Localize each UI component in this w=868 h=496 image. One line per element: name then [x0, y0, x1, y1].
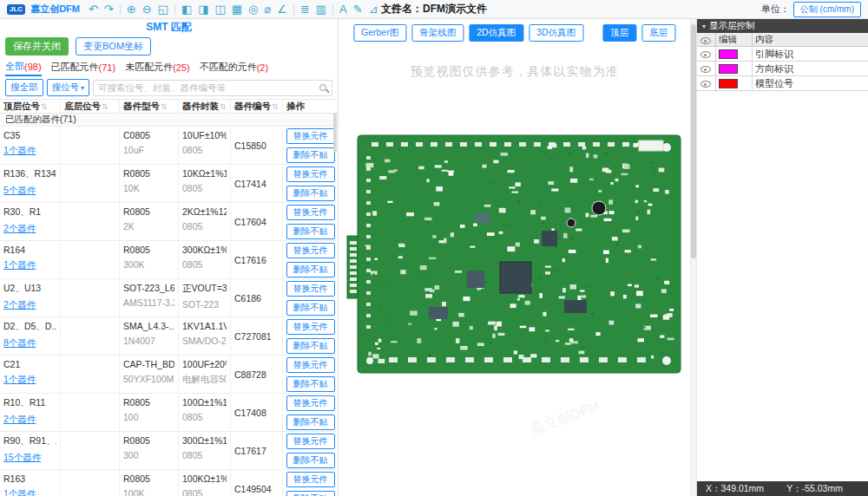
- visibility-eye-icon[interactable]: [700, 78, 711, 89]
- vertical-scrollbar[interactable]: [690, 19, 697, 496]
- table-row[interactable]: R1641个器件R0805300K300KΩ±1%1...0805C17616替…: [0, 241, 338, 279]
- replace-part-button[interactable]: 替换元件: [286, 166, 335, 182]
- fit-view-icon[interactable]: ◱: [158, 3, 168, 15]
- left-panel-scrollbar-thumb[interactable]: [333, 113, 337, 153]
- sort-icon[interactable]: ⇅: [220, 102, 227, 111]
- delete-nopaste-button[interactable]: 删除不贴: [286, 338, 335, 354]
- layer-color-swatch[interactable]: [719, 49, 738, 59]
- delete-nopaste-button[interactable]: 删除不贴: [286, 376, 335, 392]
- annotate-text-icon[interactable]: A: [339, 3, 347, 15]
- component-count-link[interactable]: 5个器件: [3, 185, 36, 197]
- component-count-link[interactable]: 2个器件: [3, 414, 36, 426]
- zoom-out-icon[interactable]: ⊖: [142, 3, 152, 15]
- layer-color-swatch[interactable]: [719, 64, 738, 74]
- layer-top-button[interactable]: 顶层: [602, 24, 636, 42]
- table-row[interactable]: C211个器件CAP-TH_BD...50YXF100M...100UF±20%…: [0, 356, 338, 394]
- component-count-link[interactable]: 15个器件: [3, 452, 41, 464]
- column-header[interactable]: 器件编号⇅: [231, 100, 283, 113]
- component-count-link[interactable]: 8个器件: [3, 337, 36, 349]
- bottom-layer-view-icon[interactable]: ◨: [198, 3, 208, 15]
- delete-nopaste-button[interactable]: 删除不贴: [286, 414, 335, 430]
- component-count-link[interactable]: 1个器件: [3, 488, 36, 496]
- table-row[interactable]: U2、U132个器件SOT-223_L6...AMS1117-3.3正VOUT=…: [0, 279, 338, 317]
- layer-bottom-button[interactable]: 底层: [641, 24, 675, 42]
- tab-all[interactable]: 全部(98): [5, 58, 42, 76]
- delete-nopaste-button[interactable]: 删除不贴: [286, 224, 335, 239]
- replace-part-button[interactable]: 替换元件: [286, 243, 335, 258]
- view-3d-sim-button[interactable]: 3D仿真图: [529, 24, 583, 42]
- align-icon[interactable]: ≣: [300, 3, 310, 15]
- replace-part-button[interactable]: 替换元件: [286, 128, 335, 144]
- measure-circle-icon[interactable]: ◎: [248, 3, 258, 15]
- table-row[interactable]: R1631个器件R0805100K100KΩ±1%1...0805C149504…: [0, 470, 338, 496]
- replace-part-button[interactable]: 替换元件: [286, 357, 335, 373]
- search-icon[interactable]: [319, 84, 326, 91]
- delete-nopaste-button[interactable]: 删除不贴: [286, 453, 335, 468]
- view-wireframe-button[interactable]: 骨架线图: [411, 24, 464, 42]
- model-value: 10uF: [123, 145, 174, 155]
- column-header[interactable]: 器件封装⇅: [179, 100, 231, 113]
- replace-part-button[interactable]: 替换元件: [286, 319, 335, 335]
- package-name: 0805: [182, 450, 227, 460]
- edit-pencil-icon[interactable]: ✎: [353, 3, 363, 15]
- visibility-eye-icon[interactable]: [700, 49, 711, 60]
- statistics-icon[interactable]: ▥: [316, 3, 326, 15]
- column-header[interactable]: 底层位号⇅: [61, 100, 120, 113]
- scrollbar-thumb[interactable]: [691, 24, 696, 258]
- view-2d-sim-button[interactable]: 2D仿真图: [469, 24, 523, 42]
- table-row[interactable]: C351个器件C080510uF10UF±10%25V0805C15850替换元…: [0, 127, 338, 165]
- measure-diameter-icon[interactable]: ⌀: [264, 3, 271, 15]
- table-row[interactable]: R136、R134...5个器件R080510K10KΩ±1%12...0805…: [0, 165, 338, 203]
- change-bom-button[interactable]: 变更BOM坐标: [76, 37, 151, 55]
- zoom-in-icon[interactable]: ⊕: [127, 3, 136, 15]
- unit-toggle-button[interactable]: 公制 (cm/mm): [793, 2, 861, 17]
- table-row[interactable]: R90、R91、...15个器件R0805300300Ω±1%12...0805…: [0, 432, 338, 470]
- replace-part-button[interactable]: 替换元件: [286, 395, 335, 411]
- measure-ruler-icon[interactable]: ⊿: [369, 3, 378, 15]
- sort-icon[interactable]: ⇅: [161, 102, 168, 111]
- table-row[interactable]: R10、R112个器件R0805100100Ω±1%12...0805C1740…: [0, 394, 338, 432]
- preview-canvas[interactable]: Gerber图骨架线图2D仿真图3D仿真图顶层底层 预览视图仅供参考，具体以实物…: [339, 19, 690, 496]
- component-grid-icon[interactable]: ▦: [232, 3, 242, 15]
- save-close-button[interactable]: 保存并关闭: [5, 37, 69, 55]
- table-row[interactable]: R30、R12个器件R08052K2KΩ±1%125...0805C17604替…: [0, 203, 338, 241]
- sort-icon[interactable]: ⇅: [41, 102, 48, 111]
- measure-angle-icon[interactable]: ∠: [277, 3, 287, 15]
- tab-unmatched[interactable]: 未匹配元件(25): [125, 58, 190, 76]
- view-gerber-button[interactable]: Gerber图: [353, 24, 406, 42]
- component-count-link[interactable]: 2个器件: [3, 299, 36, 311]
- table-row[interactable]: D2、D5、D...8个器件SMA_L4.3-...1N40071KV1A1.1…: [0, 317, 338, 356]
- delete-nopaste-button[interactable]: 删除不贴: [286, 147, 335, 163]
- tab-mismatched[interactable]: 不匹配的元件(2): [200, 58, 268, 76]
- actions-cell: 替换元件删除不贴: [283, 432, 338, 469]
- model-name: C0805: [123, 130, 174, 140]
- search-scope-all-button[interactable]: 搜全部: [5, 79, 43, 96]
- visibility-eye-icon[interactable]: [700, 63, 711, 75]
- column-header[interactable]: 顶层位号⇅: [0, 100, 61, 113]
- redo-icon[interactable]: ↷: [104, 3, 114, 15]
- replace-part-button[interactable]: 替换元件: [286, 205, 335, 220]
- component-count-link[interactable]: 1个器件: [3, 374, 36, 386]
- search-scope-ref-button[interactable]: 搜位号 ▾: [47, 79, 90, 96]
- layer-control-header[interactable]: ▾ 显示层控制: [697, 19, 868, 33]
- undo-icon[interactable]: ↶: [89, 3, 98, 15]
- replace-part-button[interactable]: 替换元件: [286, 472, 335, 487]
- layer-color-swatch[interactable]: [719, 79, 738, 88]
- replace-part-button[interactable]: 替换元件: [286, 434, 335, 449]
- sort-icon[interactable]: ⇅: [102, 102, 108, 111]
- delete-nopaste-button[interactable]: 删除不贴: [286, 262, 335, 277]
- pcb-board-preview[interactable]: [345, 134, 684, 376]
- search-input[interactable]: [93, 80, 332, 96]
- component-count-link[interactable]: 1个器件: [3, 259, 36, 271]
- sort-icon[interactable]: ⇅: [272, 102, 279, 111]
- replace-part-button[interactable]: 替换元件: [286, 281, 335, 297]
- column-header[interactable]: 器件型号⇅: [120, 100, 179, 113]
- tab-matched[interactable]: 已匹配元件(71): [51, 58, 116, 76]
- top-layer-view-icon[interactable]: ◧: [181, 3, 192, 15]
- flip-board-icon[interactable]: ◫: [214, 3, 225, 15]
- delete-nopaste-button[interactable]: 删除不贴: [286, 300, 335, 316]
- delete-nopaste-button[interactable]: 删除不贴: [286, 491, 335, 496]
- component-count-link[interactable]: 1个器件: [3, 145, 36, 157]
- delete-nopaste-button[interactable]: 删除不贴: [286, 186, 335, 201]
- component-count-link[interactable]: 2个器件: [3, 223, 36, 235]
